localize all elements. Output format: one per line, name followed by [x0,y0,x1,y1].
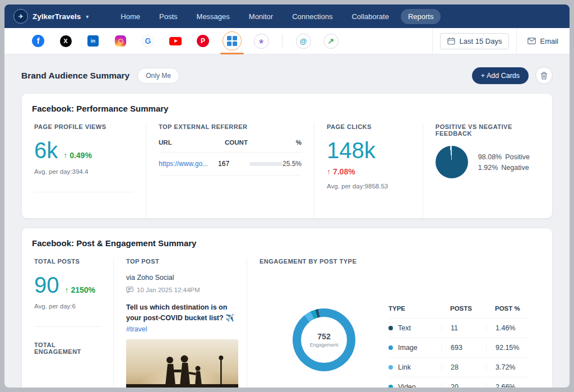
nav-item-messages[interactable]: Messages [189,9,237,24]
column-header-type: TYPE [388,305,441,312]
legend-positive: 98.08% Positive [478,153,530,161]
post-hashtag-link[interactable]: #travel [126,325,147,333]
main-nav: Home Posts Messages Monitor Connections … [113,9,441,24]
channel-bar-controls: Last 15 Days Email [432,28,562,54]
metric-average: Avg. per day:394.4 [34,168,133,175]
post-timestamp: 10 Jan 2025 12:44PM [137,287,200,293]
calendar-icon [447,37,455,45]
page-title: Brand Audience Summary [21,71,129,81]
channel-pinterest-icon[interactable]: P [195,33,211,49]
nav-item-collaborate[interactable]: Collaborate [344,9,396,24]
channel-threads-icon[interactable]: @ [295,33,311,49]
metric-change: ↑ 7.08% [327,167,410,176]
instagram-icon [115,35,126,47]
post-image-graphic [126,339,238,391]
divider [516,28,517,54]
post-image[interactable] [126,339,238,391]
visibility-toggle[interactable]: Only Me [137,68,179,84]
facebook-icon: f [32,35,44,47]
channel-bluesky-icon[interactable]: ↗ [323,33,339,49]
metric-change: ↑ 2150% [65,285,95,294]
negative-label: Negative [501,164,529,172]
channel-youtube-icon[interactable] [168,33,183,49]
metric-label: TOP EXTERNAL REFERRER [159,123,302,130]
brand-switcher[interactable]: ✈ ZylkerTravels ▾ [13,9,89,24]
channel-instagram-icon[interactable] [113,33,128,49]
date-range-button[interactable]: Last 15 Days [440,33,510,49]
performance-columns: PAGE PROFILE VIEWS 6k ↑ 0.49% Avg. per d… [32,123,542,218]
type-percent: 2.66% [486,383,530,391]
post-date-icon [126,287,133,293]
type-percent: 1.46% [486,324,530,332]
divider [34,326,101,327]
type-percent: 92.15% [486,344,530,352]
referrer-percent: 25.5% [283,160,302,168]
brand-logo-icon: ✈ [13,9,28,24]
referrer-table-row: https://www.go... 167 25.5% [159,153,302,176]
nav-item-monitor[interactable]: Monitor [242,9,280,24]
feedback-legend: 98.08% Positive 1.92% Negative [478,150,530,174]
metric-value: 148k [327,139,410,162]
donut-center-label: Engagement [309,342,338,348]
channel-x-icon[interactable]: X [58,33,73,49]
metric-value: 90 [34,274,59,296]
top-navbar: ✈ ZylkerTravels ▾ Home Posts Messages Mo… [4,4,570,28]
email-icon [527,38,536,44]
type-label: Link [398,363,411,371]
post-source: via Zoho Social [126,274,234,282]
grid-icon [227,36,237,46]
brand-name: ZylkerTravels [33,12,81,21]
page-profile-views-widget: PAGE PROFILE VIEWS 6k ↑ 0.49% Avg. per d… [32,123,146,218]
channel-all-networks-icon[interactable] [223,31,242,50]
metric-label: TOP POST [126,258,234,265]
report-content: Brand Audience Summary Only Me + Add Car… [4,54,570,392]
donut-center-value: 752 [317,332,330,341]
channel-list: f X in G P * @ ↗ [30,31,339,50]
top-post-widget: TOP POST via Zoho Social 10 Jan 2025 12:… [113,258,247,392]
card-title: Facebook: Performance Summary [32,104,542,113]
channel-facebook-icon[interactable]: f [30,33,46,49]
pinterest-icon: P [197,35,209,47]
app-window: ✈ ZylkerTravels ▾ Home Posts Messages Mo… [0,0,574,392]
nav-item-home[interactable]: Home [113,9,147,24]
divider [432,28,433,54]
type-dot [388,326,393,330]
email-label: Email [540,37,558,45]
table-row: Text 11 1.46% [388,318,530,338]
post-meta: 10 Jan 2025 12:44PM [126,287,234,293]
column-header-url: URL [159,139,225,146]
post-type-table: TYPE POSTS POST % Text 11 1.46% Image [388,305,530,392]
youtube-icon [169,37,182,45]
post-text: Tell us which destination is on your pos… [126,302,234,324]
engagement-donut-chart: 752 Engagement [293,308,355,371]
referrer-url-link[interactable]: https://www.go... [159,160,218,168]
metric-label: POSITIVE VS NEGATIVE FEEDBACK [436,123,530,137]
top-external-referrer-widget: TOP EXTERNAL REFERRER URL COUNT % https:… [146,123,314,218]
add-cards-button[interactable]: + Add Cards [472,67,529,84]
chevron-down-icon: ▾ [86,13,89,20]
channel-mastodon-icon[interactable]: * [253,33,269,49]
nav-item-posts[interactable]: Posts [152,9,185,24]
channel-linkedin-icon[interactable]: in [85,33,101,49]
delete-button[interactable] [535,67,553,84]
nav-item-connections[interactable]: Connections [285,9,340,24]
type-dot [388,385,393,389]
type-label: Text [398,324,411,332]
post-engagement-summary-card: Facebook: Post & Engagement Summary TOTA… [21,228,553,392]
type-label: Image [398,344,418,352]
channel-google-icon[interactable]: G [140,33,156,49]
linkedin-icon: in [87,35,99,47]
post-type-table-header: TYPE POSTS POST % [388,305,530,318]
positive-label: Positive [505,153,530,161]
nav-item-reports[interactable]: Reports [401,9,441,24]
x-icon: X [60,35,72,47]
email-button[interactable]: Email [524,34,562,49]
column-header-posts: POSTS [441,305,486,312]
metric-label: PAGE PROFILE VIEWS [34,123,133,130]
column-header-post-percent: POST % [486,305,530,312]
channel-divider [282,34,283,48]
referrer-bar [249,162,283,166]
metric-label: PAGE CLICKS [327,123,410,130]
page-header-actions: + Add Cards [472,67,553,84]
type-posts: 693 [441,344,486,352]
